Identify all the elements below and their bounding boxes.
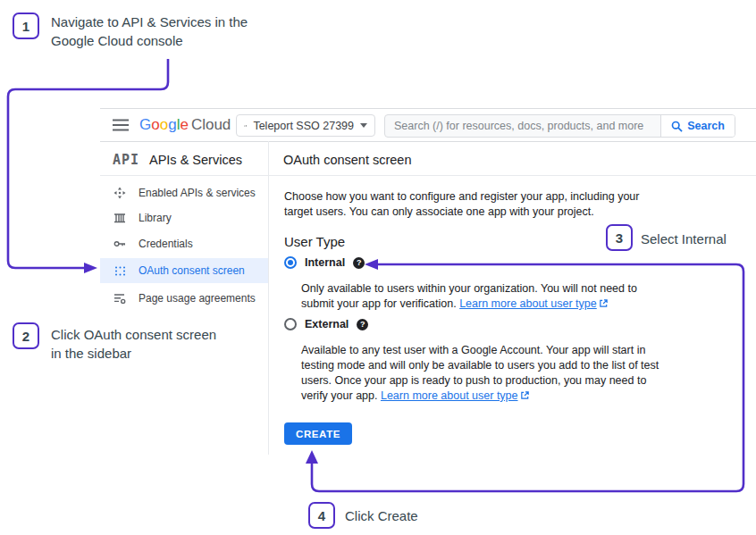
api-services-logo: API [113, 152, 139, 168]
google-cloud-logo: GoogleCloud [139, 116, 231, 134]
key-icon [113, 238, 127, 250]
radio-internal[interactable]: Internal ? [284, 256, 365, 269]
library-icon [113, 212, 127, 224]
step-2-badge: 2 [13, 322, 39, 349]
intro-paragraph: Choose how you want to configure and reg… [284, 189, 639, 220]
search-button[interactable]: Search [660, 115, 735, 137]
divider [100, 175, 756, 176]
step-1-label: Navigate to API & Services in the Google… [51, 13, 248, 50]
step-1-number: 1 [22, 19, 29, 34]
sidebar-item-enabled-apis[interactable]: Enabled APIs & services [100, 180, 268, 205]
step-3-badge: 3 [606, 224, 633, 251]
sidebar-item-label: Enabled APIs & services [139, 187, 256, 199]
external-link-icon [599, 298, 609, 308]
menu-icon[interactable] [113, 119, 129, 131]
radio-external-label: External [305, 318, 349, 330]
project-icon [244, 120, 247, 132]
learn-more-link-external[interactable]: Learn more about user type [381, 389, 518, 402]
page-title: OAuth consent screen [283, 153, 411, 167]
sidebar-item-label: Credentials [139, 238, 193, 250]
console-header: GoogleCloud Teleport SSO 27399 [100, 109, 756, 142]
user-type-heading: User Type [284, 234, 345, 249]
sidebar-title: APIs & Services [149, 153, 242, 167]
chevron-down-icon [360, 123, 367, 128]
step-4-label: Click Create [345, 506, 418, 525]
help-icon[interactable]: ? [357, 319, 368, 330]
arrowhead-oauth-sidebar [84, 263, 97, 273]
step-2-number: 2 [22, 329, 29, 344]
radio-internal-label: Internal [305, 256, 345, 269]
sidebar-item-library[interactable]: Library [100, 205, 268, 230]
sidebar-item-credentials[interactable]: Credentials [100, 231, 268, 256]
search-button-label: Search [687, 120, 725, 132]
sidebar-item-oauth-consent-screen[interactable]: OAuth consent screen [100, 258, 268, 283]
sidebar-divider [268, 141, 269, 455]
step-4-badge: 4 [308, 502, 335, 529]
step-3-number: 3 [616, 230, 623, 246]
search-input[interactable] [385, 115, 660, 137]
sidebar-item-label: OAuth consent screen [139, 264, 245, 277]
radio-selected-icon[interactable] [284, 256, 297, 269]
step-1-badge: 1 [13, 13, 39, 39]
step-2-label: Click OAuth consent screen in the sideba… [51, 325, 216, 363]
oauth-consent-icon [113, 265, 127, 277]
page: 1 Navigate to API & Services in the Goog… [0, 0, 756, 535]
sidebar-item-label: Page usage agreements [139, 292, 256, 305]
learn-more-link-internal[interactable]: Learn more about user type [459, 297, 597, 310]
search-icon [671, 121, 683, 132]
sidebar-item-page-usage-agreements[interactable]: Page usage agreements [100, 286, 268, 311]
project-selector[interactable]: Teleport SSO 27399 [236, 114, 375, 137]
create-button[interactable]: CREATE [284, 422, 352, 445]
step-4-number: 4 [318, 508, 325, 523]
help-icon[interactable]: ? [353, 257, 365, 269]
external-link-icon [520, 390, 530, 400]
gcp-console: GoogleCloud Teleport SSO 27399 [100, 108, 756, 455]
radio-external[interactable]: External ? [284, 318, 368, 330]
search-bar: Search [384, 114, 735, 138]
external-description: Available to any test user with a Google… [301, 343, 730, 404]
internal-description: Only available to users within your orga… [301, 281, 721, 312]
step-3-label: Select Internal [641, 230, 727, 248]
enabled-apis-icon [113, 187, 127, 199]
sidebar-item-label: Library [139, 212, 172, 224]
radio-unselected-icon[interactable] [284, 318, 297, 330]
list-gear-icon [113, 292, 127, 305]
project-name: Teleport SSO 27399 [253, 120, 354, 132]
